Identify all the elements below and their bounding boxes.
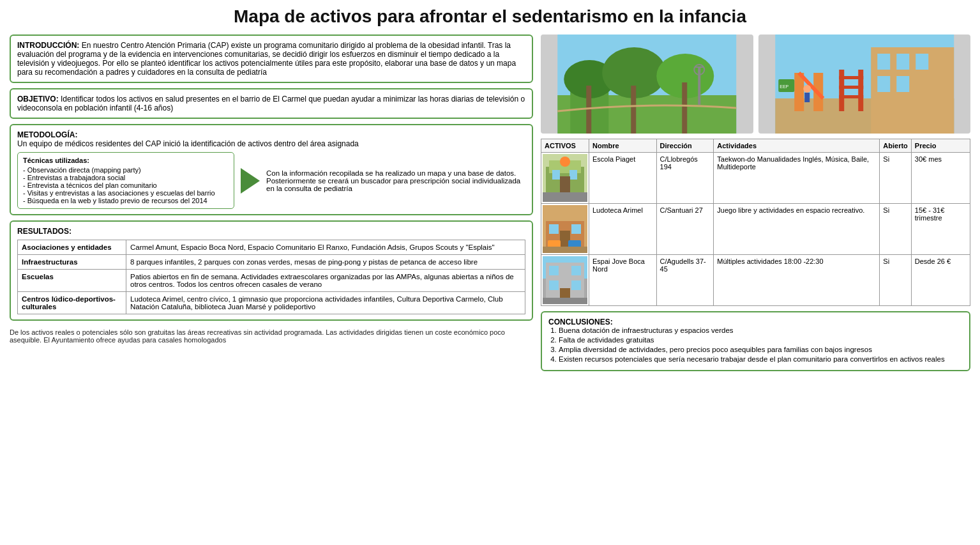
svg-point-28 (803, 85, 811, 93)
ludoteca-arimel-image (543, 205, 587, 253)
tecnica-3: - Entrevista a técnicos del plan comunit… (23, 181, 229, 189)
svg-rect-52 (571, 266, 581, 275)
table-row: Escola Piaget C/Llobregós 194 Taekwon-do… (541, 153, 970, 204)
asset-image-3 (541, 255, 589, 306)
svg-rect-53 (549, 280, 559, 290)
tecnica-2: - Entrevistas a trabajadora social (23, 174, 229, 181)
svg-rect-7 (631, 86, 636, 134)
svg-rect-23 (839, 70, 844, 111)
conclusiones-list: Buena dotación de infraestructuras y esp… (559, 326, 963, 363)
svg-text:EEP: EEP (780, 84, 788, 89)
category-escuelas: Escuelas (18, 270, 126, 292)
svg-rect-10 (695, 66, 704, 68)
asset-image-1 (541, 153, 589, 204)
svg-rect-25 (839, 76, 863, 79)
abierto-3: Si (880, 255, 912, 306)
svg-rect-54 (571, 280, 581, 290)
conclusiones-label: CONCLUSIONES: (548, 318, 963, 326)
svg-rect-19 (896, 76, 909, 92)
col-actividades: Actividades (714, 139, 880, 153)
tecnica-1: - Observación directa (mapping party) (23, 166, 229, 174)
introduccion-box: INTRODUCCIÓN: En nuestro Centro Atención… (10, 35, 533, 83)
introduccion-label: INTRODUCCIÓN: (17, 41, 79, 50)
introduccion-text: En nuestro Centro Atención Primaria (CAP… (17, 41, 516, 77)
abierto-1: Si (880, 153, 912, 204)
detail-infraestructuras: 8 parques infantiles, 2 parques con zona… (126, 255, 525, 270)
category-infraestructuras: Infraestructuras (18, 255, 126, 270)
svg-rect-47 (543, 247, 587, 253)
metodologia-intro: Un equipo de médicos residentes del CAP … (17, 139, 525, 148)
table-row: Infraestructuras 8 parques infantiles, 2… (18, 255, 525, 270)
svg-rect-51 (549, 266, 559, 275)
svg-rect-56 (543, 298, 587, 304)
bottom-text: De los activos reales o potenciales sólo… (10, 328, 533, 344)
list-item: Amplia diversidad de actividades, pero p… (559, 346, 963, 353)
svg-rect-26 (839, 86, 863, 89)
table-row: Centros lúdico-deportivos-culturales Lud… (18, 292, 525, 314)
svg-rect-9 (698, 66, 700, 105)
col-activos: ACTIVOS (541, 139, 589, 153)
playground-photo: EEP (758, 35, 971, 134)
svg-rect-8 (682, 82, 687, 134)
svg-rect-43 (571, 224, 581, 234)
col-nombre: Nombre (589, 139, 657, 153)
playground-svg: EEP (758, 35, 971, 134)
park-photo (541, 35, 753, 134)
col-precio: Precio (911, 139, 970, 153)
espai-jove-image (543, 256, 587, 304)
svg-rect-42 (549, 224, 559, 234)
svg-rect-27 (839, 95, 863, 98)
svg-point-39 (560, 157, 570, 167)
tecnica-4: - Visitas y entrevistas a las asociacion… (23, 189, 229, 197)
category-centros: Centros lúdico-deportivos-culturales (18, 292, 126, 314)
table-row: Espai Jove Boca Nord C/Agudells 37-45 Mú… (541, 255, 970, 306)
objetivo-label: OBJETIVO: (17, 95, 59, 104)
col-abierto: Abierto (880, 139, 912, 153)
category-asociaciones: Asociaciones y entidades (18, 240, 126, 255)
arrow-icon (241, 152, 260, 209)
direccion-2: C/Santuari 27 (656, 204, 714, 255)
svg-rect-15 (877, 54, 890, 70)
objetivo-box: OBJETIVO: Identificar todos los activos … (10, 88, 533, 119)
actividades-3: Múltiples actividades 18:00 -22:30 (714, 255, 880, 306)
list-item: Falta de actividades gratuitas (559, 336, 963, 344)
tecnicas-title: Técnicas utilizadas: (23, 157, 229, 164)
col-direccion: Dirección (656, 139, 714, 153)
precio-1: 30€ mes (911, 153, 970, 204)
table-row: Asociaciones y entidades Carmel Amunt, E… (18, 240, 525, 255)
table-row: Ludoteca Arimel C/Santuari 27 Juego libr… (541, 204, 970, 255)
photos-row: EEP (541, 35, 970, 134)
detail-centros: Ludoteca Arimel, centro cívico, 1 gimnas… (126, 292, 525, 314)
precio-2: 15€ - 31€ trimestre (911, 204, 970, 255)
nombre-2: Ludoteca Arimel (589, 204, 657, 255)
resultados-box: RESULTADOS: Asociaciones y entidades Car… (10, 220, 533, 321)
resultados-label: RESULTADOS: (17, 227, 525, 236)
svg-rect-38 (543, 192, 587, 202)
direccion-1: C/Llobregós 194 (656, 153, 714, 204)
svg-rect-17 (916, 54, 928, 70)
list-item: Existen recursos potenciales que sería n… (559, 355, 963, 363)
asset-image-2 (541, 204, 589, 255)
svg-rect-6 (586, 86, 591, 134)
conclusiones-box: CONCLUSIONES: Buena dotación de infraest… (541, 311, 970, 371)
actividades-1: Taekwon-do Manualidades Inglés, Música, … (714, 153, 880, 204)
park-svg (541, 35, 753, 134)
nombre-1: Escola Piaget (589, 153, 657, 204)
metodologia-label: METODOLOGÍA: (17, 130, 525, 139)
tecnica-5: - Búsqueda en la web y listado previo de… (23, 197, 229, 204)
detail-escuelas: Patios abiertos en fin de semana. Activi… (126, 270, 525, 292)
abierto-2: Si (880, 204, 912, 255)
metodologia-box: METODOLOGÍA: Un equipo de médicos reside… (10, 124, 533, 215)
nombre-3: Espai Jove Boca Nord (589, 255, 657, 306)
detail-asociaciones: Carmel Amunt, Espacio Boca Nord, Espacio… (126, 240, 525, 255)
svg-rect-16 (896, 54, 909, 70)
actividades-2: Juego libre y actividades en espacio rec… (714, 204, 880, 255)
svg-rect-24 (858, 70, 863, 111)
svg-rect-29 (804, 93, 810, 102)
svg-rect-36 (569, 170, 577, 180)
direccion-3: C/Agudells 37-45 (656, 255, 714, 306)
precio-3: Desde 26 € (911, 255, 970, 306)
objetivo-text: Identificar todos los activos en salud p… (17, 95, 525, 112)
svg-rect-35 (552, 170, 560, 180)
svg-rect-18 (877, 76, 890, 92)
